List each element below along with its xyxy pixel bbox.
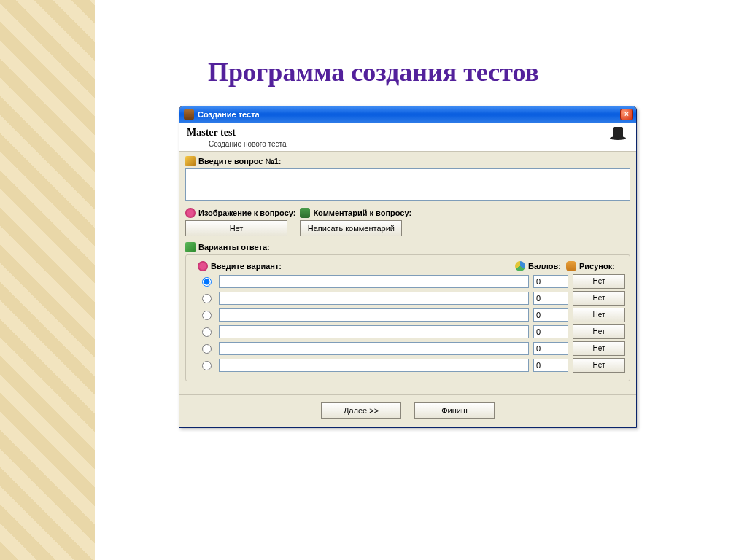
answer-radio[interactable] — [202, 327, 212, 337]
wizard-subtitle: Создание нового теста — [209, 140, 629, 148]
wizard-title: Master test — [187, 127, 629, 139]
comment-icon — [300, 208, 310, 218]
score-header-icon — [515, 261, 525, 271]
answer-picture-button[interactable]: Нет — [573, 274, 625, 289]
answers-label: Варианты ответа: — [185, 242, 630, 252]
pencil-icon — [185, 156, 196, 166]
answer-row: Нет — [199, 358, 625, 373]
answer-radio[interactable] — [202, 361, 212, 370]
app-icon — [184, 109, 194, 120]
answer-picture-button[interactable]: Нет — [573, 358, 625, 373]
answer-row: Нет — [199, 291, 625, 306]
question-textarea[interactable] — [185, 168, 630, 201]
answer-variant-input[interactable] — [219, 275, 529, 288]
window-close-button[interactable]: × — [620, 109, 633, 120]
answer-picture-button[interactable]: Нет — [573, 291, 625, 306]
dialog-body: Введите вопрос №1: Изображение к вопросу… — [179, 152, 636, 394]
answer-picture-button[interactable]: Нет — [573, 341, 625, 356]
comment-label: Комментарий к вопросу: — [300, 208, 411, 218]
answer-score-input[interactable] — [533, 292, 568, 305]
answer-variant-input[interactable] — [219, 359, 529, 372]
question-label: Введите вопрос №1: — [185, 156, 630, 166]
slide-title: Программа создания тестов — [0, 57, 747, 88]
answer-score-input[interactable] — [533, 359, 568, 372]
window-title-text: Создание теста — [198, 110, 620, 119]
answer-radio[interactable] — [202, 277, 212, 287]
answers-label-text: Варианты ответа: — [198, 243, 270, 252]
answer-row: Нет — [199, 341, 625, 356]
wizard-hat-icon — [610, 127, 627, 143]
answer-row: Нет — [199, 274, 625, 289]
dialog-window: Создание теста × Master test Создание но… — [179, 106, 637, 428]
answer-variant-input[interactable] — [219, 342, 529, 355]
answers-groupbox: Введите вариант: Баллов: Рисунок: НетНет… — [185, 254, 630, 381]
image-column: Изображение к вопросу: Нет — [185, 208, 295, 236]
answer-variant-input[interactable] — [219, 308, 529, 322]
question-section: Введите вопрос №1: — [185, 156, 630, 202]
answer-radio[interactable] — [202, 311, 212, 320]
score-header-text: Баллов: — [528, 262, 561, 271]
wizard-header: Master test Создание нового теста — [179, 122, 636, 152]
answer-variant-input[interactable] — [219, 292, 529, 305]
answer-radio[interactable] — [202, 294, 212, 303]
image-label-text: Изображение к вопросу: — [198, 209, 295, 217]
variant-header-icon — [198, 261, 208, 271]
answer-score-input[interactable] — [533, 325, 568, 338]
answers-icon — [185, 242, 196, 252]
answer-picture-button[interactable]: Нет — [573, 308, 625, 322]
answer-score-input[interactable] — [533, 275, 568, 288]
next-button[interactable]: Далее >> — [321, 402, 401, 419]
comment-column: Комментарий к вопросу: Написать коммента… — [300, 208, 411, 236]
picture-header-text: Рисунок: — [579, 262, 615, 271]
answers-header-row: Введите вариант: Баллов: Рисунок: — [198, 261, 625, 271]
picture-header-icon — [566, 261, 576, 271]
comment-write-button[interactable]: Написать комментарий — [300, 220, 402, 236]
image-comment-section: Изображение к вопросу: Нет Комментарий к… — [185, 208, 630, 236]
answer-row: Нет — [199, 324, 625, 339]
question-label-text: Введите вопрос №1: — [198, 157, 281, 166]
answer-score-input[interactable] — [533, 308, 568, 322]
answer-score-input[interactable] — [533, 342, 568, 355]
dialog-footer: Далее >> Финиш — [179, 394, 636, 427]
image-label: Изображение к вопросу: — [185, 208, 295, 218]
finish-button[interactable]: Финиш — [414, 402, 495, 419]
answers-section: Варианты ответа: Введите вариант: Баллов… — [185, 242, 630, 381]
answer-picture-button[interactable]: Нет — [573, 324, 625, 339]
window-titlebar: Создание теста × — [179, 106, 636, 122]
comment-label-text: Комментарий к вопросу: — [313, 209, 411, 217]
variant-header-text: Введите вариант: — [211, 262, 282, 271]
image-select-button[interactable]: Нет — [185, 220, 287, 236]
answer-radio[interactable] — [202, 344, 212, 354]
flower-icon — [185, 208, 196, 218]
answer-row: Нет — [199, 308, 625, 322]
answer-variant-input[interactable] — [219, 325, 529, 338]
